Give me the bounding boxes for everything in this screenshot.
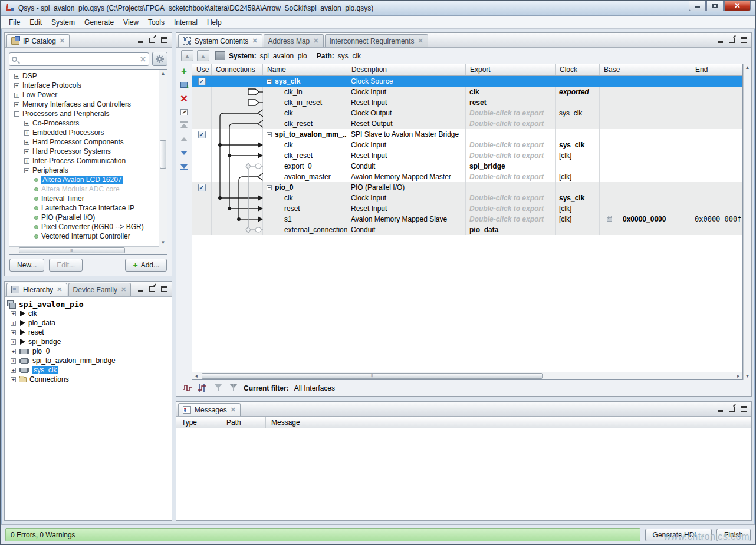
clock-cell[interactable]	[556, 224, 600, 235]
expand-icon[interactable]: +	[14, 102, 19, 107]
menu-edit[interactable]: Edit	[25, 17, 47, 28]
panel-maximize-button[interactable]	[740, 37, 747, 43]
connections-cell[interactable]	[212, 224, 263, 235]
minimize-button[interactable]	[689, 1, 706, 11]
clock-cell[interactable]: [clk]	[556, 171, 600, 182]
use-cell[interactable]	[192, 140, 212, 150]
messages-column-path[interactable]: Path	[221, 417, 266, 428]
move-row-up-button[interactable]	[179, 135, 189, 143]
table-row-clk_in_reset[interactable]: clk_in_resetReset Inputreset	[192, 97, 742, 108]
base-cell[interactable]	[600, 87, 691, 97]
clock-cell[interactable]	[556, 182, 600, 193]
table-row-clk_reset[interactable]: clk_resetReset InputDouble-click to expo…	[192, 150, 742, 161]
connections-cell[interactable]	[212, 214, 263, 224]
hierarchy-root[interactable]: spi_avalon_pio	[7, 299, 172, 309]
menu-generate[interactable]: Generate	[80, 17, 119, 28]
menu-view[interactable]: View	[119, 17, 143, 28]
base-cell[interactable]	[600, 171, 691, 182]
export-cell[interactable]: Double-click to export	[466, 171, 556, 182]
collapse-icon[interactable]: −	[267, 132, 272, 137]
panel-float-button[interactable]	[149, 37, 156, 43]
ip-tree-item[interactable]: +Interface Protocols	[9, 81, 159, 90]
close-button[interactable]: ✕	[724, 1, 751, 11]
hierarchy-item-Connections[interactable]: +Connections	[7, 375, 172, 384]
connections-cell[interactable]	[212, 161, 263, 171]
table-row-external_connection[interactable]: external_connectionConduitpio_data	[192, 224, 742, 235]
ip-settings-button[interactable]	[152, 52, 167, 66]
use-cell[interactable]	[192, 193, 212, 203]
add-system-button[interactable]	[179, 81, 189, 89]
export-cell[interactable]: spi_bridge	[466, 161, 556, 171]
table-row-clk_in[interactable]: clk_inClock Inputclkexported	[192, 87, 742, 97]
column-header-use[interactable]: Use	[192, 64, 212, 75]
column-header-end[interactable]: End	[691, 64, 742, 75]
clock-cell[interactable]	[556, 76, 600, 87]
add-button[interactable]: +Add...	[125, 259, 167, 272]
base-cell[interactable]	[600, 203, 691, 214]
use-checkbox[interactable]: ✓	[198, 184, 206, 191]
ip-tree-item[interactable]: Interval Timer	[9, 194, 159, 203]
use-checkbox[interactable]: ✓	[198, 131, 206, 138]
column-header-export[interactable]: Export	[466, 64, 556, 75]
ip-tree-item[interactable]: +Embedded Processors	[9, 128, 159, 137]
clock-cell[interactable]	[556, 118, 600, 129]
use-cell[interactable]	[192, 171, 212, 182]
export-cell[interactable]	[466, 182, 556, 193]
expand-icon[interactable]: +	[24, 149, 29, 154]
name-cell[interactable]: clk_in	[263, 87, 347, 97]
hierarchy-item-reset[interactable]: +reset	[7, 328, 172, 337]
tab-device-family[interactable]: Device Family ✕	[68, 283, 132, 296]
export-cell[interactable]	[466, 129, 556, 140]
use-cell[interactable]: ✓	[192, 182, 212, 193]
use-cell[interactable]	[192, 224, 212, 235]
expand-icon[interactable]: +	[11, 368, 16, 373]
export-cell[interactable]: clk	[466, 87, 556, 97]
expand-icon[interactable]: +	[24, 158, 29, 164]
edit-component-button[interactable]	[179, 108, 189, 116]
table-row-s1[interactable]: s1Avalon Memory Mapped SlaveDouble-click…	[192, 214, 742, 224]
name-cell[interactable]: reset	[263, 203, 347, 214]
ip-tree-item[interactable]: −Processors and Peripherals	[9, 109, 159, 118]
export-cell[interactable]	[466, 76, 556, 87]
ip-tree-item[interactable]: +Low Power	[9, 90, 159, 100]
use-cell[interactable]: ✓	[192, 129, 212, 140]
expand-icon[interactable]: +	[11, 321, 16, 326]
interface-toggle-icon[interactable]	[198, 384, 208, 392]
ip-tree-item[interactable]: PIO (Parallel I/O)	[9, 213, 159, 222]
add-component-button[interactable]: +	[179, 67, 189, 75]
tab-ip-catalog[interactable]: IP Catalog ✕	[6, 34, 70, 47]
base-cell[interactable]	[600, 182, 691, 193]
connections-cell[interactable]	[212, 171, 263, 182]
scroll-up-icon[interactable]: ▲	[159, 70, 167, 77]
export-cell[interactable]: Double-click to export	[466, 118, 556, 129]
tab-close-icon[interactable]: ✕	[60, 37, 65, 45]
messages-column-type[interactable]: Type	[176, 417, 221, 428]
move-to-top-button[interactable]	[179, 121, 189, 130]
collapse-icon[interactable]: −	[24, 168, 29, 173]
connections-cell[interactable]	[212, 203, 263, 214]
menu-internal[interactable]: Internal	[169, 17, 202, 28]
scroll-thumb[interactable]: ⫴	[202, 373, 543, 379]
column-header-clock[interactable]: Clock	[556, 64, 600, 75]
table-row-reset[interactable]: resetReset InputDouble-click to export[c…	[192, 203, 742, 214]
menu-help[interactable]: Help	[202, 17, 226, 28]
expand-icon[interactable]: +	[14, 93, 19, 98]
clock-cell[interactable]: [clk]	[556, 150, 600, 161]
name-cell[interactable]: −spi_to_avalon_mm_...	[263, 129, 347, 140]
scroll-right-icon[interactable]: ►	[735, 372, 742, 380]
ip-tree-item[interactable]: +Hard Processor Systems	[9, 147, 159, 156]
use-cell[interactable]	[192, 214, 212, 224]
move-top-button[interactable]: ▲	[181, 50, 193, 61]
scroll-thumb[interactable]	[160, 140, 166, 169]
column-header-base[interactable]: Base	[600, 64, 691, 75]
base-cell[interactable]: 0x0000_0000	[600, 214, 691, 224]
tab-close-icon[interactable]: ✕	[231, 406, 236, 414]
base-cell[interactable]	[600, 140, 691, 150]
expand-icon[interactable]: +	[24, 130, 29, 136]
lock-icon[interactable]	[607, 217, 612, 222]
connections-cell[interactable]	[212, 129, 263, 140]
filter-button[interactable]	[213, 384, 223, 392]
panel-minimize-button[interactable]	[137, 37, 144, 43]
base-cell[interactable]	[600, 97, 691, 108]
clock-cell[interactable]: exported	[556, 87, 600, 97]
